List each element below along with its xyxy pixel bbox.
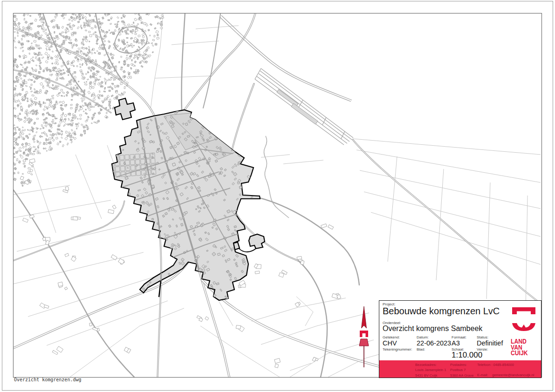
title-block: Project: Bebouwde komgrenzen LvC Onderde… <box>379 300 541 378</box>
email-label: E-mail: <box>477 373 488 377</box>
drawing-filename: Overzicht komgrenzen.dwg <box>14 377 82 382</box>
status-value: Definitief <box>477 339 503 347</box>
email-value: gemeente@landvancuijk.nl <box>492 373 534 377</box>
bezoekadres-label: Bezoekadres: <box>415 362 446 367</box>
logo-line3: CUIJK <box>511 350 528 356</box>
bezoekadres-block: Bezoekadres: Louis Jansenplein 1 5431 BV… <box>415 362 446 378</box>
postadres-block: Postadres: Postbus 7 5360 AA Grave <box>450 362 473 378</box>
postadres-line2: 5360 AA Grave <box>450 373 473 378</box>
project-title: Bebouwde komgrenzen LvC <box>383 306 500 317</box>
datum-label: Datum: <box>417 335 429 339</box>
postadres-line1: Postbus 7 <box>450 367 473 372</box>
north-arrow-icon <box>355 302 374 372</box>
land-van-cuijk-logo: LAND VAN CUIJK <box>510 306 540 361</box>
formaat-label: Formaat: <box>452 335 466 339</box>
drawing-page: Overzicht komgrenzen.dwg Project: Bebouw… <box>0 0 555 392</box>
schaal-value: 1:10.000 <box>452 351 482 360</box>
telefoon-label: Telefoon : 0485-854000 <box>477 362 514 367</box>
contact-band: Bezoekadres: Louis Jansenplein 1 5431 BV… <box>379 360 541 378</box>
bezoekadres-line1: Louis Jansenplein 1 <box>415 367 446 372</box>
onderdeel-value: Overzicht komgrens Sambeek <box>383 324 482 333</box>
status-label: Status: <box>477 335 488 339</box>
getekend-label: Getekend: <box>383 335 400 339</box>
formaat-value: A3 <box>452 339 460 347</box>
logo-mark-icon <box>510 306 540 337</box>
datum-value: 22-06-2023 <box>417 339 451 347</box>
tekeningnummer-label: Tekeningnummer: <box>383 347 412 351</box>
logo-wordmark: LAND VAN CUIJK <box>511 338 528 356</box>
blad-label: Blad: <box>417 347 425 351</box>
bezoekadres-line2: 5431 BV Cuijk <box>415 373 446 378</box>
getekend-value: CHV <box>383 339 397 347</box>
postadres-label: Postadres: <box>450 362 473 367</box>
